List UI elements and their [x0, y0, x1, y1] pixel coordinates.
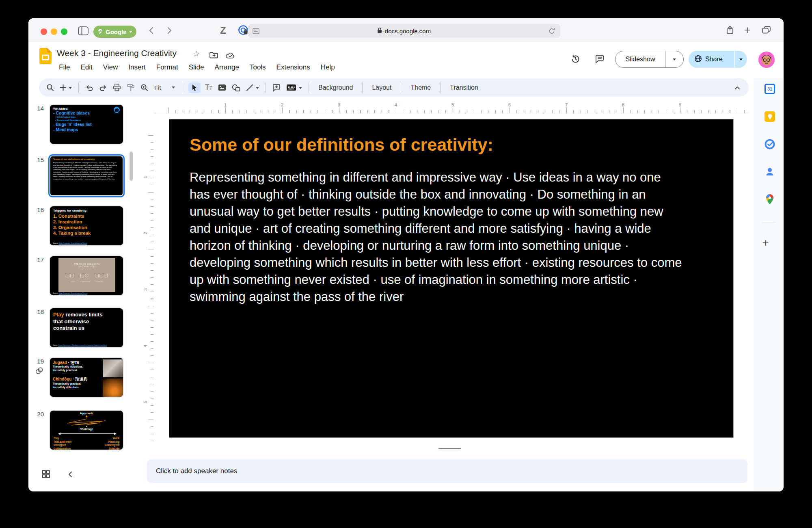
thumb14-item: - Information bias: [53, 116, 120, 119]
new-slide-button[interactable]: [60, 84, 72, 91]
slide-thumbnail-14[interactable]: We added: - Cognitive biases - Informati…: [49, 104, 124, 145]
menu-slide[interactable]: Slide: [184, 62, 209, 73]
select-tool-active[interactable]: [188, 82, 201, 93]
collapse-toolbar-icon[interactable]: [734, 85, 741, 90]
insert-line-tool[interactable]: [246, 84, 259, 91]
slide-thumbnail-15-selected[interactable]: Some of our definitions of creativity: R…: [48, 154, 125, 197]
speaker-notes-input[interactable]: Click to add speaker notes: [147, 459, 747, 483]
keep-icon[interactable]: [764, 111, 775, 122]
background-button[interactable]: Background: [313, 84, 358, 91]
close-window-button[interactable]: [41, 28, 47, 35]
share-button[interactable]: Share: [689, 51, 747, 68]
thumb17-image: THE BASIC ELEMENTSOF CREATIVITY COPYTRAN…: [58, 258, 115, 292]
thumb18-source: Source: Tanner Christensen - Why play is…: [53, 344, 107, 346]
ruler-tick-label: 5: [143, 401, 148, 403]
avatar[interactable]: [758, 52, 775, 69]
line-dropdown[interactable]: [256, 87, 259, 91]
reader-view-icon[interactable]: [253, 28, 259, 35]
collapse-filmstrip-icon[interactable]: [67, 471, 73, 480]
new-slide-dropdown[interactable]: [69, 87, 72, 91]
thumb16-item: 3. Organisation: [53, 225, 120, 230]
ruler-tick-label: 3: [143, 288, 148, 291]
slide-thumbnail-18[interactable]: Play removes limits that otherwise const…: [49, 307, 124, 348]
thumb16-item: 1. Constraints: [53, 213, 120, 219]
insert-shape-tool[interactable]: [232, 84, 240, 91]
filmstrip-scrollbar[interactable]: [130, 151, 133, 181]
layout-button[interactable]: Layout: [366, 84, 397, 91]
zoom-window-button[interactable]: [61, 28, 67, 35]
profile-button[interactable]: Google: [93, 26, 136, 38]
document-title[interactable]: Week 3 - Engineering Creativity: [57, 48, 177, 58]
grid-view-icon[interactable]: [42, 470, 50, 480]
back-button[interactable]: [147, 26, 156, 37]
menu-bar: File Edit View Insert Format Slide Arran…: [54, 62, 340, 73]
address-bar[interactable]: docs.google.com: [248, 24, 560, 38]
slide-number-16: 16: [32, 206, 44, 213]
menu-extensions[interactable]: Extensions: [271, 62, 315, 73]
menu-file[interactable]: File: [54, 62, 75, 73]
slide-thumbnail-16[interactable]: Triggers for creativity: 1. Constraints …: [49, 206, 124, 246]
hammer-icon: [97, 28, 103, 35]
search-menus-icon[interactable]: [46, 84, 54, 91]
zoom-dropdown[interactable]: [172, 87, 175, 90]
slide-body-text[interactable]: Representing something in different and …: [190, 169, 683, 305]
slide-number-20: 20: [32, 411, 44, 418]
menu-edit[interactable]: Edit: [75, 62, 97, 73]
menu-insert[interactable]: Insert: [123, 62, 151, 73]
forward-button[interactable]: [165, 26, 174, 37]
share-page-icon[interactable]: [726, 25, 734, 37]
comments-icon[interactable]: [595, 54, 605, 65]
ruler-tick-label: 5: [451, 102, 454, 107]
slide-title[interactable]: Some of our definitions of creativity:: [190, 135, 493, 155]
menu-view[interactable]: View: [98, 62, 123, 73]
zoom-fit-label[interactable]: Fit: [154, 84, 161, 91]
undo-button[interactable]: [85, 84, 93, 91]
transition-button[interactable]: Transition: [444, 84, 484, 91]
ruler-tick-label: 1: [143, 176, 148, 178]
redo-button[interactable]: [99, 84, 107, 91]
slide-thumbnail-17[interactable]: THE BASIC ELEMENTSOF CREATIVITY COPYTRAN…: [49, 255, 124, 296]
slideshow-options-dropdown[interactable]: [665, 51, 683, 67]
print-button[interactable]: [113, 84, 121, 91]
star-icon[interactable]: ☆: [193, 49, 200, 58]
sidebar-toggle-icon[interactable]: [78, 26, 89, 37]
maps-icon[interactable]: [764, 194, 775, 204]
reload-icon[interactable]: [548, 27, 555, 36]
contacts-icon[interactable]: [764, 167, 775, 177]
slideshow-button[interactable]: Slideshow: [615, 51, 684, 68]
cloud-status-icon[interactable]: [226, 52, 235, 61]
slide-number-17: 17: [32, 256, 44, 263]
menu-format[interactable]: Format: [151, 62, 184, 73]
password-manager-extension-icon[interactable]: [238, 25, 249, 37]
menu-help[interactable]: Help: [315, 62, 340, 73]
slides-logo-icon[interactable]: [39, 48, 52, 66]
get-addons-icon[interactable]: +: [762, 237, 769, 249]
zoom-button[interactable]: [140, 84, 148, 91]
version-history-icon[interactable]: [570, 54, 581, 66]
chevron-down-icon: [739, 58, 743, 62]
input-tools-dropdown[interactable]: [299, 87, 302, 91]
menu-arrange[interactable]: Arrange: [209, 62, 244, 73]
toolbar-divider: [309, 82, 309, 93]
slide-number-18: 18: [32, 308, 44, 315]
z-extension-icon[interactable]: Z: [220, 25, 226, 36]
text-box-tool[interactable]: TT: [205, 83, 212, 92]
share-options-dropdown[interactable]: [734, 51, 747, 68]
notes-resize-handle[interactable]: [438, 448, 461, 449]
tasks-icon[interactable]: [764, 139, 775, 149]
calendar-icon[interactable]: 31: [764, 84, 775, 94]
slide-canvas[interactable]: Some of our definitions of creativity: R…: [169, 119, 734, 438]
paint-format-button[interactable]: [127, 84, 135, 92]
input-tools-keyboard[interactable]: [286, 84, 302, 91]
minimize-window-button[interactable]: [51, 28, 57, 35]
move-folder-icon[interactable]: [209, 52, 218, 60]
insert-image-tool[interactable]: [218, 84, 226, 91]
tab-overview-icon[interactable]: [762, 26, 771, 36]
menu-tools[interactable]: Tools: [244, 62, 271, 73]
slide-thumbnail-20[interactable]: Approach ★ Challenge PlayTrial-and-error…: [49, 410, 124, 450]
slide-thumbnail-19[interactable]: Jugaad · जुगाड़ Theoretically ridiculous…: [49, 357, 124, 398]
theme-button[interactable]: Theme: [405, 84, 436, 91]
slide-number-19: 19: [32, 358, 44, 365]
new-tab-icon[interactable]: +: [744, 24, 751, 37]
insert-comment-tool[interactable]: [272, 84, 281, 92]
